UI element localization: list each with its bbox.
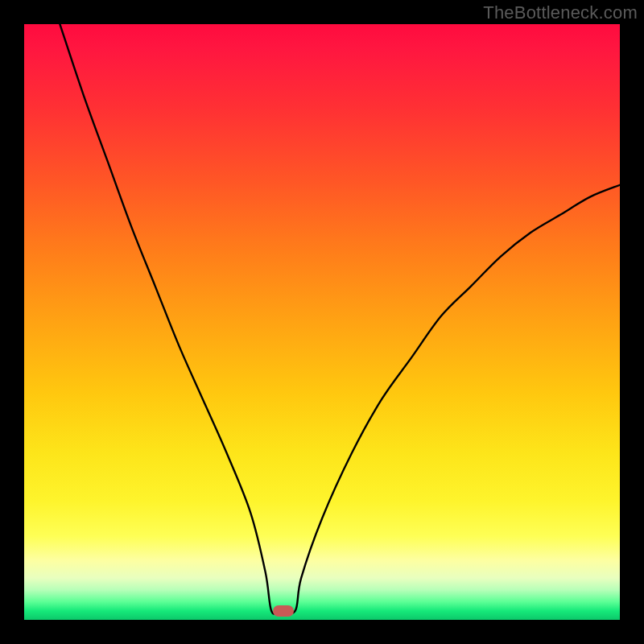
bottleneck-curve <box>24 24 620 620</box>
watermark-text: TheBottleneck.com <box>483 2 638 23</box>
plot-frame <box>24 24 620 620</box>
min-marker <box>273 605 294 617</box>
